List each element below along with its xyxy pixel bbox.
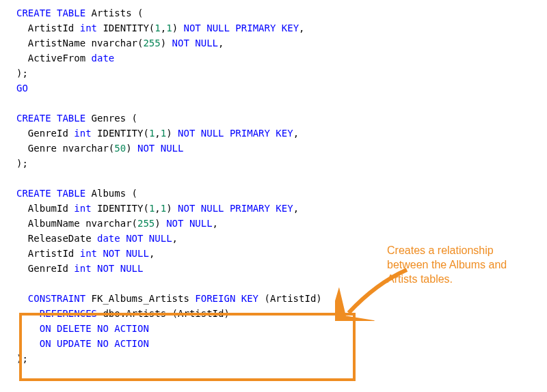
keyword: ON UPDATE NO ACTION: [16, 338, 149, 349]
code-text: ): [161, 38, 172, 48]
keyword: NOT NULL: [166, 218, 212, 229]
code-text: ): [172, 23, 184, 33]
type: date: [92, 53, 115, 64]
keyword: CREATE TABLE: [16, 188, 85, 199]
code-text: ,: [161, 23, 166, 33]
keyword: NOT NULL: [137, 143, 183, 154]
code-text: ReleaseDate: [16, 233, 97, 244]
code-text: IDENTITY(: [97, 23, 155, 33]
keyword: REFERENCES: [16, 308, 97, 319]
code-text: FK_Albums_Artists: [85, 293, 195, 304]
number: 50: [114, 143, 126, 154]
keyword: NOT NULL PRIMARY KEY: [183, 23, 299, 33]
keyword: CREATE TABLE: [16, 113, 85, 124]
keyword: NOT NULL: [172, 38, 218, 48]
code-text: ): [166, 203, 178, 214]
code-text: IDENTITY(: [92, 203, 149, 214]
code-text: dbo.Artists (ArtistId): [97, 308, 230, 319]
code-text: ,: [149, 248, 155, 259]
code-text: Albums (: [85, 188, 137, 199]
code-text: Artists (: [85, 8, 143, 18]
code-text: ArtistId: [16, 248, 80, 259]
code-text: GenreId: [16, 128, 74, 139]
code-text: );: [16, 353, 28, 364]
type: int NOT NULL: [74, 263, 143, 274]
annotation-text: Creates a relationship between the Album…: [387, 243, 531, 286]
code-text: ,: [293, 128, 299, 139]
number: 1: [155, 23, 160, 33]
code-text: );: [16, 68, 28, 79]
keyword: GO: [16, 83, 28, 94]
number: 1: [161, 203, 166, 214]
code-text: ,: [155, 128, 160, 139]
type: date NOT NULL: [97, 233, 172, 244]
code-text: Genres (: [85, 113, 137, 124]
code-text: ,: [172, 233, 178, 244]
code-text: ): [155, 218, 166, 229]
type: int: [80, 23, 97, 33]
type: int: [74, 203, 91, 214]
number: 1: [166, 23, 172, 33]
keyword: ON DELETE NO ACTION: [16, 323, 149, 334]
code-text: AlbumName nvarchar(: [16, 218, 137, 229]
code-text: );: [16, 158, 28, 169]
code-text: (ArtistId): [258, 293, 322, 304]
keyword: NOT NULL PRIMARY KEY: [178, 128, 293, 139]
keyword: FOREIGN KEY: [195, 293, 258, 304]
code-text: ,: [213, 218, 218, 229]
code-text: ArtistName nvarchar(: [16, 38, 143, 48]
code-text: ,: [218, 38, 224, 48]
keyword: CONSTRAINT: [16, 293, 85, 304]
code-text: ArtistId: [16, 23, 80, 33]
code-text: AlbumId: [16, 203, 74, 214]
code-text: ActiveFrom: [16, 53, 92, 64]
code-text: Genre nvarchar(: [16, 143, 114, 154]
number: 255: [143, 38, 160, 48]
code-text: ,: [299, 23, 304, 33]
type: int: [74, 128, 91, 139]
code-text: ,: [155, 203, 160, 214]
keyword: CREATE TABLE: [16, 8, 85, 18]
sql-code-block: CREATE TABLE Artists ( ArtistId int IDEN…: [16, 5, 547, 366]
code-text: ): [126, 143, 137, 154]
code-text: GenreId: [16, 263, 74, 274]
type: int NOT NULL: [80, 248, 149, 259]
number: 255: [137, 218, 155, 229]
keyword: NOT NULL PRIMARY KEY: [178, 203, 293, 214]
number: 1: [161, 128, 166, 139]
code-text: ,: [293, 203, 299, 214]
code-text: ): [166, 128, 178, 139]
code-text: IDENTITY(: [92, 128, 149, 139]
